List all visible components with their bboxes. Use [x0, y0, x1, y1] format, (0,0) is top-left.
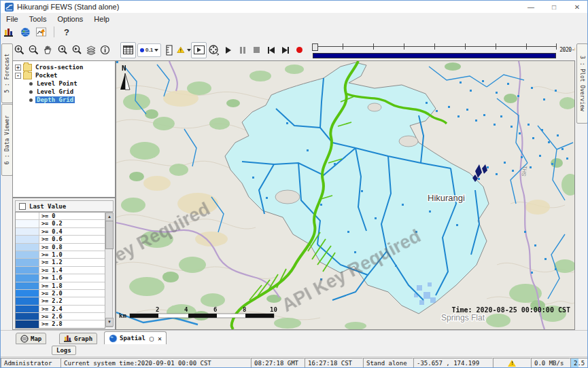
- legend-label: >= 2.0: [39, 290, 105, 297]
- time-slider-handle[interactable]: [312, 43, 318, 51]
- legend-label: >= 1.2: [39, 259, 105, 265]
- legend-swatch: [16, 267, 39, 274]
- tab-data-viewer[interactable]: 6 : Data Viewer: [1, 104, 13, 176]
- time-slider-range: [313, 53, 556, 58]
- close-button[interactable]: ✕: [566, 1, 588, 13]
- status-memory[interactable]: 2.5 GB: [570, 358, 588, 368]
- zoom-out-icon[interactable]: [27, 43, 41, 58]
- zoom-in-icon[interactable]: [12, 43, 27, 58]
- longitudinal-profile-icon[interactable]: [33, 25, 50, 39]
- tab-maximize-icon[interactable]: ▢: [150, 335, 154, 342]
- pan-hand-icon[interactable]: [41, 43, 55, 58]
- tree-node-level-grid[interactable]: Level Grid: [13, 88, 115, 96]
- map-toolbar: 0.1 2020-08-25 00:00:00 CST: [12, 39, 575, 61]
- tab-graph[interactable]: Graph: [59, 333, 97, 344]
- database-display-icon[interactable]: [1, 25, 17, 39]
- legend-swatch: [16, 313, 39, 320]
- legend-swatch: [16, 244, 39, 251]
- window-title: Hikurangi FEWS (Stand alone): [17, 3, 119, 11]
- legend-label: >= 1.0: [39, 251, 105, 258]
- legend-swatch: [16, 259, 39, 265]
- tab-forecast[interactable]: 5 : Forecast: [1, 43, 13, 103]
- legend-label: >= 2.8: [39, 320, 105, 327]
- zoom-previous-icon[interactable]: [55, 43, 69, 58]
- legend-swatch: [16, 290, 39, 297]
- logs-row: Logs: [1, 344, 588, 356]
- zoom-next-icon[interactable]: [69, 43, 84, 58]
- tab-spatial[interactable]: Spatial ▢ ✕: [104, 331, 167, 345]
- scroll-down-icon[interactable]: ▼: [105, 318, 114, 327]
- animation-reel-icon[interactable]: [207, 43, 221, 58]
- animation-window-icon[interactable]: [191, 42, 207, 58]
- status-bar: Administrator Current system time:2020-0…: [1, 356, 588, 368]
- skip-to-start-button[interactable]: [264, 43, 278, 58]
- legend-label: >= 0.6: [39, 236, 105, 242]
- legend-label: >= 1.4: [39, 267, 105, 274]
- tab-map[interactable]: Map: [16, 333, 46, 344]
- maximize-button[interactable]: □: [542, 1, 566, 13]
- menu-tools[interactable]: Tools: [24, 14, 52, 24]
- scroll-thumb[interactable]: [105, 221, 114, 249]
- legend-scrollbar[interactable]: ▲ ▼: [105, 212, 113, 327]
- info-icon[interactable]: [98, 43, 112, 58]
- status-user: Administrator: [1, 358, 60, 368]
- skip-to-end-button[interactable]: [278, 43, 292, 58]
- legend-panel: Last Value >= 0 >= 0.2 >= 0.4 >= 0.6 >= …: [12, 198, 116, 330]
- record-button[interactable]: [292, 43, 307, 58]
- warning-icon: [508, 360, 516, 367]
- tab-close-icon[interactable]: ✕: [158, 335, 162, 342]
- grid-display-icon[interactable]: [120, 42, 136, 58]
- threshold-dropdown[interactable]: 0.1: [137, 43, 161, 57]
- main-toolbar: ?: [1, 24, 588, 40]
- legend-label: >= 0.4: [39, 228, 105, 235]
- tree-node-depth-grid[interactable]: Depth Grid: [13, 96, 115, 104]
- time-slider[interactable]: [312, 42, 557, 58]
- last-value-toggle[interactable]: Last Value: [15, 200, 114, 212]
- threshold-value: 0.1: [145, 47, 153, 53]
- collapse-icon[interactable]: -: [15, 73, 21, 79]
- status-warning-cell[interactable]: [493, 358, 531, 368]
- play-button[interactable]: [221, 43, 235, 58]
- warning-threshold-icon[interactable]: [177, 43, 191, 58]
- spatial-globe-icon: [109, 334, 118, 343]
- scale-ruler-icon[interactable]: [162, 43, 177, 58]
- bar-chart-icon: [64, 335, 72, 342]
- menu-options[interactable]: Options: [52, 14, 88, 24]
- locality-label: Springs Flat: [441, 313, 485, 323]
- menu-file[interactable]: File: [1, 14, 24, 24]
- left-tab-strip: 5 : Forecast 6 : Data Viewer: [1, 39, 12, 330]
- svg-text:6: 6: [213, 306, 217, 313]
- pause-button[interactable]: [235, 43, 249, 58]
- legend-label: >= 2.4: [39, 306, 105, 312]
- map-time-label: Time: 2020-08-25 00:00:00 CST: [451, 306, 570, 314]
- status-system-time: Current system time:2020-09-01 00:00 CST: [60, 358, 251, 368]
- minimize-button[interactable]: —: [519, 1, 542, 13]
- layers-icon[interactable]: [84, 43, 98, 58]
- stop-button[interactable]: [249, 43, 264, 58]
- legend-swatch: [16, 213, 39, 219]
- help-button[interactable]: ?: [58, 25, 75, 39]
- menu-help[interactable]: Help: [88, 14, 115, 24]
- tree-node-pocket[interactable]: - Pocket: [13, 71, 115, 79]
- legend-swatch: [16, 297, 39, 304]
- expand-icon[interactable]: +: [15, 65, 21, 71]
- map-view[interactable]: API Key Required API Key Required Hikura…: [116, 60, 575, 330]
- app-window: { "window": { "title": "Hikurangi FEWS (…: [0, 0, 588, 368]
- svg-text:4: 4: [184, 306, 188, 313]
- tree-node-level-point[interactable]: Level Point: [13, 79, 115, 88]
- chevron-down-icon: [154, 49, 158, 52]
- map-canvas[interactable]: API Key Required API Key Required Hikura…: [116, 61, 574, 329]
- town-label: Hikurangi: [428, 193, 465, 203]
- toolbar-separator: [54, 26, 54, 37]
- checkbox-icon[interactable]: [19, 203, 26, 210]
- title-bar: Hikurangi FEWS (Stand alone) — □ ✕: [1, 1, 588, 14]
- legend-swatch: [16, 236, 39, 242]
- legend-swatch: [16, 251, 39, 258]
- tab-plot-overview[interactable]: 3 : Plot Overview: [576, 43, 588, 124]
- svg-text:8: 8: [243, 306, 246, 313]
- logs-button[interactable]: Logs: [52, 346, 76, 355]
- threshold-dot-icon: [140, 48, 144, 52]
- globe-wireframe-icon: [20, 335, 29, 343]
- grid-display-globe-icon[interactable]: [17, 25, 33, 39]
- legend-label: >= 2.2: [39, 297, 105, 304]
